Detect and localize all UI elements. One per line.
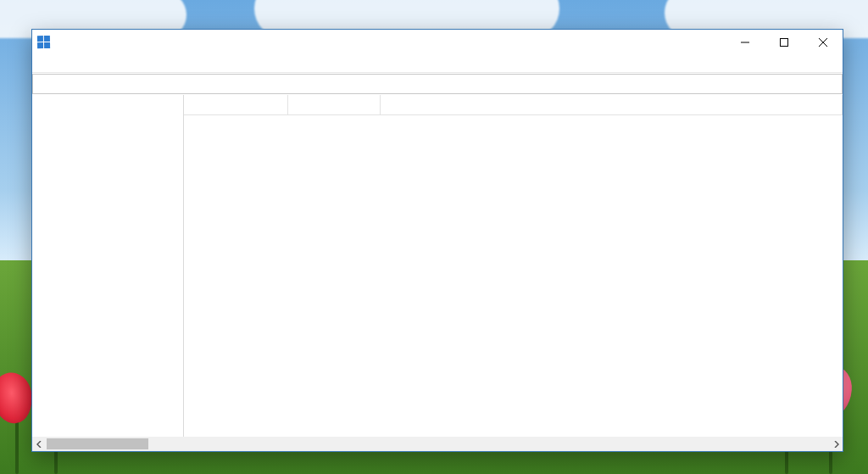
col-name[interactable] [184,95,288,114]
svg-rect-0 [781,39,788,47]
menu-help[interactable] [95,62,108,65]
tree-hscrollbar[interactable] [32,437,843,451]
app-icon [37,36,51,49]
menu-bar [32,55,843,73]
values-pane [184,95,843,437]
scroll-left-button[interactable] [32,437,47,451]
col-type[interactable] [288,95,381,114]
menu-view[interactable] [64,62,78,65]
values-header [184,95,843,115]
window-controls [726,30,843,55]
scroll-right-button[interactable] [828,437,843,451]
menu-favorites[interactable] [80,62,93,65]
menu-edit[interactable] [49,62,63,65]
title-bar[interactable] [32,30,843,55]
tree-pane [32,95,184,437]
address-bar[interactable] [32,74,843,94]
tree-scroll[interactable] [32,95,183,437]
maximize-button[interactable] [765,30,804,55]
registry-editor-window [31,29,843,452]
menu-file[interactable] [34,62,47,65]
minimize-button[interactable] [726,30,765,55]
close-button[interactable] [804,30,843,55]
col-data[interactable] [381,95,843,114]
scroll-thumb[interactable] [47,438,148,449]
